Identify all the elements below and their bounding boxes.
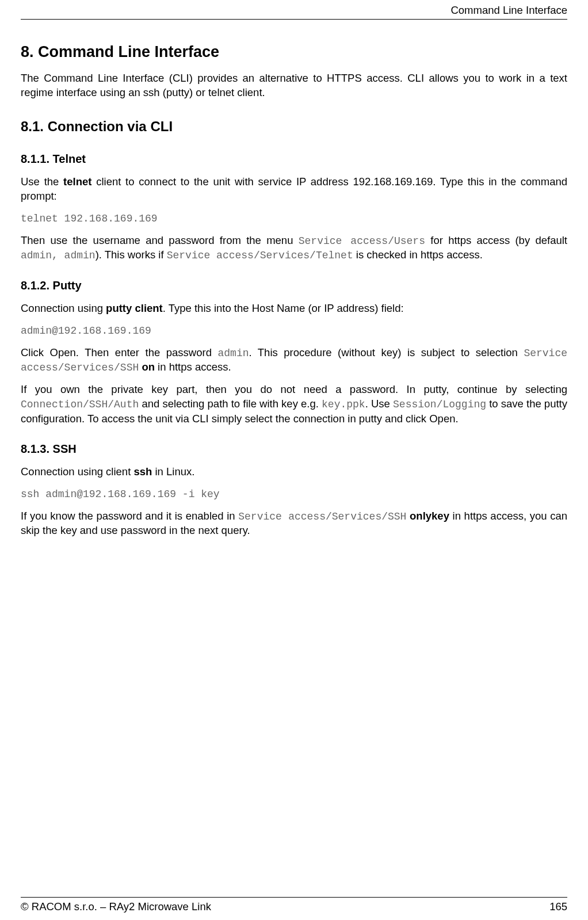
telnet-p1: Use the telnet client to connect to the …	[21, 175, 567, 204]
ssh-command: ssh admin@192.168.169.169 -i key	[21, 487, 567, 501]
telnet-command: telnet 192.168.169.169	[21, 212, 567, 226]
putty-p1: Connection using putty client. Type this…	[21, 301, 567, 316]
putty-command: admin@192.168.169.169	[21, 324, 567, 338]
section-heading: 8.1. Connection via CLI	[21, 117, 567, 136]
putty-p2: Click Open. Then enter the password admi…	[21, 346, 567, 375]
telnet-p2: Then use the username and password from …	[21, 234, 567, 263]
putty-p3: If you own the private key part, then yo…	[21, 383, 567, 426]
subsection-putty-heading: 8.1.2. Putty	[21, 278, 567, 293]
footer-page-number: 165	[549, 900, 567, 914]
page-header: Command Line Interface	[21, 0, 567, 20]
subsection-telnet-heading: 8.1.1. Telnet	[21, 151, 567, 167]
ssh-p1: Connection using client ssh in Linux.	[21, 465, 567, 479]
header-title: Command Line Interface	[450, 4, 567, 16]
subsection-ssh-heading: 8.1.3. SSH	[21, 441, 567, 457]
ssh-p2: If you know the password and it is enabl…	[21, 509, 567, 538]
page-footer: © RACOM s.r.o. – RAy2 Microwave Link 165	[21, 897, 567, 914]
chapter-heading: 8. Command Line Interface	[21, 41, 567, 62]
footer-copyright: © RACOM s.r.o. – RAy2 Microwave Link	[21, 900, 211, 914]
intro-paragraph: The Command Line Interface (CLI) provide…	[21, 71, 567, 100]
